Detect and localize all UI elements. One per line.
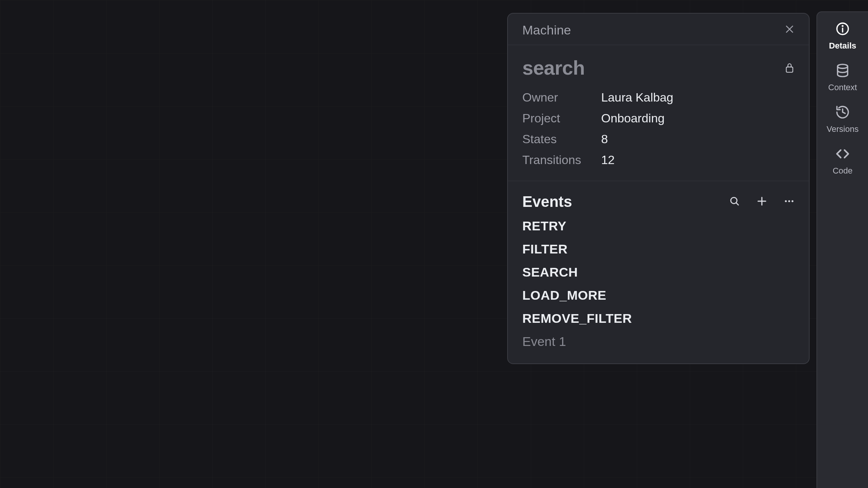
- sidebar-item-label: Details: [829, 41, 856, 51]
- machine-name-row: search: [508, 45, 809, 86]
- history-icon: [834, 103, 852, 121]
- close-icon: [784, 24, 795, 36]
- right-sidebar: Details Context Versions Code: [816, 11, 868, 488]
- machine-details-panel: Machine search Owner Laura Kalbag Projec…: [507, 13, 810, 364]
- event-add-placeholder[interactable]: Event 1: [522, 334, 794, 349]
- meta-label-transitions: Transitions: [522, 153, 601, 167]
- sidebar-item-details[interactable]: Details: [817, 20, 868, 51]
- events-list: RETRY FILTER SEARCH LOAD_MORE REMOVE_FIL…: [508, 213, 809, 363]
- svg-point-13: [838, 64, 848, 69]
- events-search-button[interactable]: [726, 194, 743, 210]
- meta-value-transitions: 12: [601, 153, 615, 167]
- svg-point-12: [842, 26, 843, 27]
- search-icon: [729, 196, 740, 208]
- svg-rect-2: [786, 67, 793, 72]
- sidebar-item-versions[interactable]: Versions: [817, 103, 868, 134]
- code-icon: [834, 145, 852, 163]
- sidebar-item-code[interactable]: Code: [817, 145, 868, 176]
- sidebar-item-label: Versions: [827, 124, 859, 134]
- event-item[interactable]: RETRY: [522, 219, 794, 233]
- meta-value-project[interactable]: Onboarding: [601, 111, 664, 125]
- svg-point-7: [785, 200, 787, 202]
- sidebar-item-label: Code: [833, 166, 853, 176]
- close-button[interactable]: [782, 22, 797, 38]
- svg-line-4: [736, 203, 738, 205]
- events-more-button[interactable]: [781, 194, 797, 210]
- event-item[interactable]: SEARCH: [522, 265, 794, 280]
- machine-name[interactable]: search: [522, 56, 585, 79]
- meta-label-states: States: [522, 132, 601, 146]
- panel-title: Machine: [522, 23, 571, 38]
- svg-point-8: [788, 200, 790, 202]
- meta-row-owner: Owner Laura Kalbag: [522, 91, 794, 105]
- meta-row-transitions: Transitions 12: [522, 153, 794, 167]
- meta-row-project: Project Onboarding: [522, 111, 794, 125]
- sidebar-item-label: Context: [828, 83, 857, 92]
- more-horizontal-icon: [783, 196, 795, 208]
- event-item[interactable]: LOAD_MORE: [522, 288, 794, 303]
- meta-row-states: States 8: [522, 132, 794, 146]
- event-item[interactable]: FILTER: [522, 242, 794, 257]
- panel-header: Machine: [508, 14, 809, 45]
- events-title: Events: [522, 193, 726, 210]
- meta-value-owner[interactable]: Laura Kalbag: [601, 91, 673, 105]
- events-add-button[interactable]: [754, 194, 770, 210]
- lock-icon: [785, 62, 794, 74]
- sidebar-item-context[interactable]: Context: [817, 61, 868, 92]
- events-header: Events: [508, 181, 809, 213]
- database-icon: [834, 61, 852, 80]
- meta-label-owner: Owner: [522, 91, 601, 105]
- machine-meta: Owner Laura Kalbag Project Onboarding St…: [508, 86, 809, 181]
- events-actions: [726, 194, 797, 210]
- meta-value-states: 8: [601, 132, 608, 146]
- event-item[interactable]: REMOVE_FILTER: [522, 311, 794, 326]
- svg-point-9: [791, 200, 793, 202]
- plus-icon: [756, 196, 768, 208]
- meta-label-project: Project: [522, 111, 601, 125]
- info-icon: [834, 20, 852, 38]
